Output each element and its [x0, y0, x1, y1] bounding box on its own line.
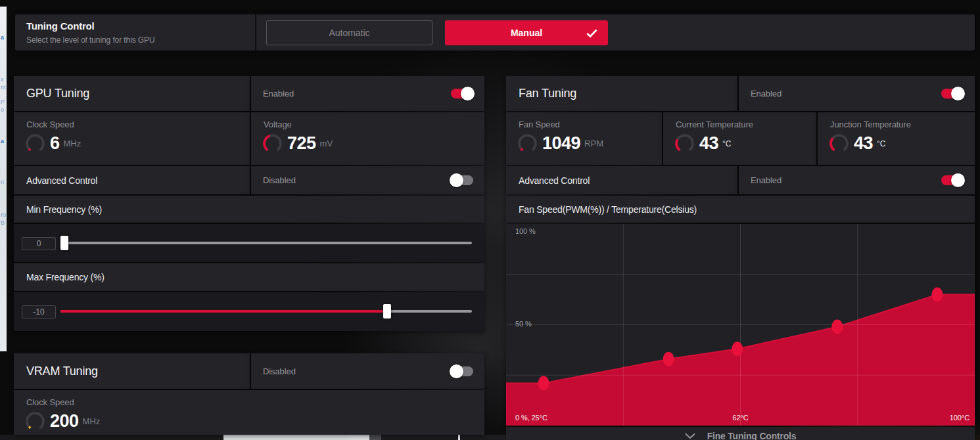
gpu-tuning-header: GPU Tuning [14, 76, 250, 111]
background-strip [369, 435, 381, 440]
vram-tuning-toggle[interactable] [451, 366, 473, 376]
vram-tuning-status: Disabled [263, 366, 296, 376]
max-frequency-input[interactable]: -10 [22, 305, 56, 319]
automatic-button-label: Automatic [329, 28, 369, 38]
voltage-gauge-icon [262, 133, 283, 154]
y-axis-100-label: 100 % [515, 227, 536, 235]
max-frequency-label-cell: Max Frequency (%) [14, 263, 484, 291]
gpu-voltage-cell: Voltage 725 mV [251, 112, 484, 165]
advanced-control-label: Advanced Control [26, 175, 97, 186]
slider-fill [60, 310, 387, 313]
gpu-advanced-status: Disabled [263, 175, 296, 185]
toggle-knob [450, 173, 463, 187]
min-frequency-input[interactable]: 0 [22, 237, 56, 250]
background-text-fragment: x [1, 76, 4, 83]
vram-tuning-header: VRAM Tuning [14, 353, 250, 389]
max-frequency-slider-track[interactable] [60, 310, 472, 313]
min-frequency-label: Min Frequency (%) [26, 204, 102, 215]
background-text-fragment: a [1, 34, 4, 41]
gpu-advanced-control-cell: Advanced Control [14, 166, 250, 194]
voltage-value: 725 [287, 133, 316, 154]
background-text-fragment: n [1, 179, 4, 185]
background-window-edge [458, 435, 460, 440]
fan-curve-point[interactable] [538, 376, 549, 391]
max-frequency-slider-handle[interactable] [383, 304, 391, 319]
x-axis-max-label: 100°C [950, 414, 969, 422]
fan-advanced-status-cell: Enabled [739, 166, 975, 194]
background-strip [381, 435, 506, 440]
background-text-fragment: B [1, 219, 5, 226]
fan-speed-cell: Fan Speed 1049 RPM [506, 112, 662, 165]
fine-tuning-controls-bar[interactable]: Fine Tuning Controls [506, 427, 975, 440]
gpu-tuning-status: Enabled [263, 89, 294, 99]
vram-clock-speed-label: Clock Speed [26, 397, 74, 407]
gpu-tuning-title: GPU Tuning [26, 87, 89, 100]
background-strip [0, 435, 223, 440]
min-frequency-label-cell: Min Frequency (%) [14, 196, 484, 223]
fine-tuning-controls-label: Fine Tuning Controls [707, 431, 797, 440]
tuning-control-bar: Tuning Control Select the level of tunin… [15, 14, 975, 51]
fan-curve-point[interactable] [931, 287, 943, 301]
vram-clock-gauge-icon [25, 411, 45, 431]
fan-advanced-toggle[interactable] [941, 175, 964, 185]
vram-clock-speed-cell: Clock Speed 200 MHz [14, 390, 484, 435]
voltage-unit: mV [320, 139, 333, 148]
gpu-tuning-toggle[interactable] [451, 89, 473, 99]
fan-tuning-title: Fan Tuning [519, 87, 576, 100]
clock-speed-unit: MHz [64, 139, 82, 148]
vram-clock-value: 200 [50, 411, 79, 431]
fan-curve-point[interactable] [732, 341, 743, 356]
junction-temperature-value: 43 [854, 133, 873, 154]
fan-speed-unit: RPM [584, 139, 603, 148]
toggle-knob [951, 87, 965, 100]
max-frequency-label: Max Frequency (%) [26, 272, 105, 282]
clock-speed-label: Clock Speed [26, 120, 74, 129]
min-frequency-slider-handle[interactable] [60, 236, 68, 250]
fan-curve-svg[interactable] [506, 224, 975, 426]
x-axis-mid-label: 62°C [732, 414, 748, 422]
junction-temperature-unit: °C [877, 139, 885, 148]
gpu-tuning-status-cell: Enabled [251, 76, 484, 111]
current-temperature-gauge-icon [674, 133, 695, 154]
chevron-down-icon [685, 433, 695, 439]
voltage-label: Voltage [264, 120, 292, 129]
vram-tuning-title: VRAM Tuning [26, 364, 98, 378]
background-text-fragment: ro [1, 211, 6, 218]
min-frequency-slider-track[interactable] [60, 242, 472, 244]
toggle-knob [951, 173, 965, 187]
current-temperature-unit: °C [722, 139, 731, 148]
background-text-fragment: a [1, 138, 4, 144]
fan-tuning-header: Fan Tuning [506, 76, 737, 111]
junction-temperature-label: Junction Temperature [830, 120, 911, 129]
fan-advanced-status: Enabled [751, 175, 782, 185]
fan-curve-point[interactable] [663, 352, 674, 366]
background-text-fragment: o [1, 106, 4, 113]
current-temperature-cell: Current Temperature 43 °C [663, 112, 816, 165]
tuning-control-subtitle: Select the level of tuning for this GPU [26, 35, 155, 45]
fan-speed-value: 1049 [542, 133, 580, 154]
gpu-advanced-status-cell: Disabled [251, 166, 484, 194]
manual-button-label: Manual [511, 28, 542, 38]
fan-tuning-status: Enabled [751, 89, 782, 99]
amd-tuning-screen: a x nt P o a n ro B Tuning Control Selec… [0, 0, 980, 440]
manual-button[interactable]: Manual [445, 20, 608, 45]
clock-speed-gauge-icon [25, 133, 45, 154]
fan-speed-label: Fan Speed [519, 120, 560, 129]
gpu-advanced-toggle[interactable] [451, 175, 473, 185]
divider [255, 14, 256, 51]
fan-curve-chart[interactable]: 100 % 50 % 0 %, 25°C 62°C 100°C [506, 224, 975, 426]
fan-speed-gauge-icon [517, 133, 538, 154]
automatic-button[interactable]: Automatic [266, 20, 432, 45]
max-frequency-slider-row: -10 [14, 292, 484, 331]
toggle-knob [461, 87, 475, 100]
vram-tuning-status-cell: Disabled [251, 353, 484, 389]
toggle-knob [450, 364, 463, 378]
fan-curve-point[interactable] [831, 320, 843, 334]
min-frequency-slider-row: 0 [14, 224, 484, 262]
fan-tuning-toggle[interactable] [941, 89, 964, 99]
junction-temperature-cell: Junction Temperature 43 °C [818, 112, 975, 165]
vram-clock-unit: MHz [83, 416, 101, 426]
gpu-clock-speed-cell: Clock Speed 6 MHz [14, 112, 250, 165]
clock-speed-value: 6 [50, 133, 60, 154]
background-text-fragment: P [1, 99, 5, 105]
